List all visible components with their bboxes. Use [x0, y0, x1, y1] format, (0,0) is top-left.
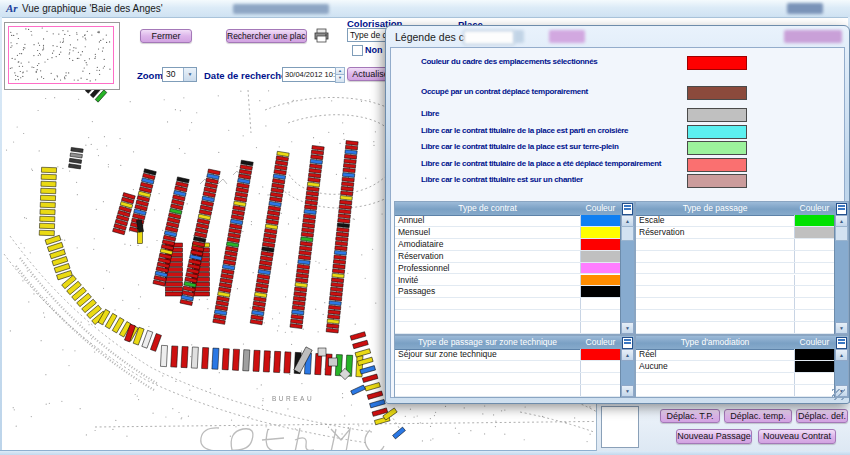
boat[interactable] [326, 328, 338, 333]
table-row[interactable]: Réservation [395, 251, 621, 263]
row-color-swatch[interactable] [794, 275, 835, 286]
boat[interactable] [393, 427, 406, 439]
boat[interactable] [338, 214, 350, 219]
boat[interactable] [303, 214, 315, 219]
boat[interactable] [312, 145, 324, 150]
boat[interactable] [339, 205, 351, 210]
boat-row[interactable] [45, 235, 72, 280]
table-scrollbar[interactable]: ▲▼ [620, 215, 634, 334]
boat[interactable] [343, 163, 355, 168]
row-color-swatch[interactable] [580, 373, 621, 384]
deplac-tp-button[interactable]: Déplac. T.P. [660, 409, 720, 423]
non-selectionnes-checkbox[interactable] [352, 45, 363, 56]
table-row[interactable]: Escale [636, 215, 835, 227]
boat[interactable] [310, 159, 322, 164]
boat[interactable] [329, 301, 341, 306]
table-row[interactable] [636, 286, 835, 298]
boat-row[interactable] [290, 145, 324, 328]
boat[interactable] [181, 346, 188, 367]
boat[interactable] [342, 177, 354, 182]
boat[interactable] [298, 255, 310, 260]
boat[interactable] [309, 168, 321, 173]
table-row[interactable]: Réservation [636, 227, 835, 239]
row-color-swatch[interactable] [580, 298, 621, 309]
boat[interactable] [353, 340, 369, 348]
spinner-down-icon[interactable]: ▼ [335, 74, 345, 83]
row-color-swatch[interactable] [794, 361, 835, 372]
table-row[interactable]: Annuel [395, 215, 621, 227]
boat[interactable] [345, 145, 357, 150]
boat[interactable] [307, 187, 319, 192]
table-row[interactable] [636, 322, 835, 334]
boat[interactable] [301, 237, 313, 242]
boat[interactable] [351, 385, 366, 395]
boat[interactable] [232, 349, 239, 370]
boat[interactable] [337, 228, 349, 233]
boat[interactable] [40, 216, 55, 222]
row-color-swatch[interactable] [580, 361, 621, 372]
boat[interactable] [40, 209, 55, 215]
boat[interactable] [332, 269, 344, 274]
boat[interactable] [274, 351, 281, 372]
boat[interactable] [69, 158, 81, 163]
table-row[interactable] [636, 239, 835, 251]
boat[interactable] [333, 264, 345, 269]
table-row[interactable] [636, 251, 835, 263]
boat[interactable] [342, 173, 354, 178]
row-color-swatch[interactable] [794, 215, 835, 226]
boat[interactable] [299, 250, 311, 255]
boat[interactable] [310, 164, 322, 169]
boat-row[interactable] [213, 160, 253, 324]
boat[interactable] [303, 219, 315, 224]
boat[interactable] [212, 348, 219, 369]
boat[interactable] [365, 383, 381, 391]
boat[interactable] [142, 330, 153, 348]
table-row[interactable]: Professionnel [395, 263, 621, 275]
zoom-select-arrow-icon[interactable]: ▼ [183, 68, 196, 81]
table-row[interactable]: Amodiataire [395, 239, 621, 251]
boat[interactable] [344, 154, 356, 159]
table-row[interactable]: Séjour sur zone technique [395, 349, 621, 361]
table-row[interactable] [395, 298, 621, 310]
boat[interactable] [70, 153, 82, 158]
row-color-swatch[interactable] [580, 322, 621, 333]
boat-row[interactable] [62, 275, 107, 324]
boat[interactable] [350, 332, 366, 340]
rechercher-place-button[interactable]: Rechercher une place [226, 29, 307, 43]
boat[interactable] [291, 314, 303, 319]
boat[interactable] [327, 324, 339, 329]
nouveau-passage-button[interactable]: Nouveau Passage [676, 429, 752, 444]
boat[interactable] [293, 296, 305, 301]
row-color-swatch[interactable] [794, 322, 835, 333]
row-color-swatch[interactable] [794, 286, 835, 297]
boat[interactable] [331, 282, 343, 287]
boat[interactable] [367, 391, 383, 399]
boat[interactable] [40, 195, 55, 201]
boat[interactable] [341, 186, 353, 191]
boat[interactable] [166, 287, 183, 291]
boat-row[interactable] [326, 141, 358, 333]
deplac-temp-button[interactable]: Déplac. temp. [724, 409, 792, 423]
boat[interactable] [329, 296, 341, 301]
boat[interactable] [304, 209, 316, 214]
boat[interactable] [284, 352, 291, 373]
boat[interactable] [331, 278, 343, 283]
boat[interactable] [290, 324, 302, 329]
table-config-icon[interactable] [836, 337, 847, 349]
date-spinner[interactable]: ▲ ▼ [335, 67, 345, 82]
boat[interactable] [263, 351, 270, 372]
boat[interactable] [296, 278, 308, 283]
row-color-swatch[interactable] [580, 310, 621, 321]
overview-minimap[interactable] [4, 22, 120, 90]
boat[interactable] [341, 191, 353, 196]
boat[interactable] [166, 282, 183, 286]
table-row[interactable] [395, 373, 621, 385]
boat[interactable] [295, 282, 307, 287]
scroll-down-icon[interactable]: ▼ [835, 322, 848, 334]
boat[interactable] [41, 181, 56, 187]
boat[interactable] [193, 292, 210, 296]
scroll-down-icon[interactable]: ▼ [621, 322, 634, 334]
boat[interactable] [41, 167, 56, 173]
table-row[interactable]: Invité [395, 275, 621, 287]
boat[interactable] [302, 223, 314, 228]
